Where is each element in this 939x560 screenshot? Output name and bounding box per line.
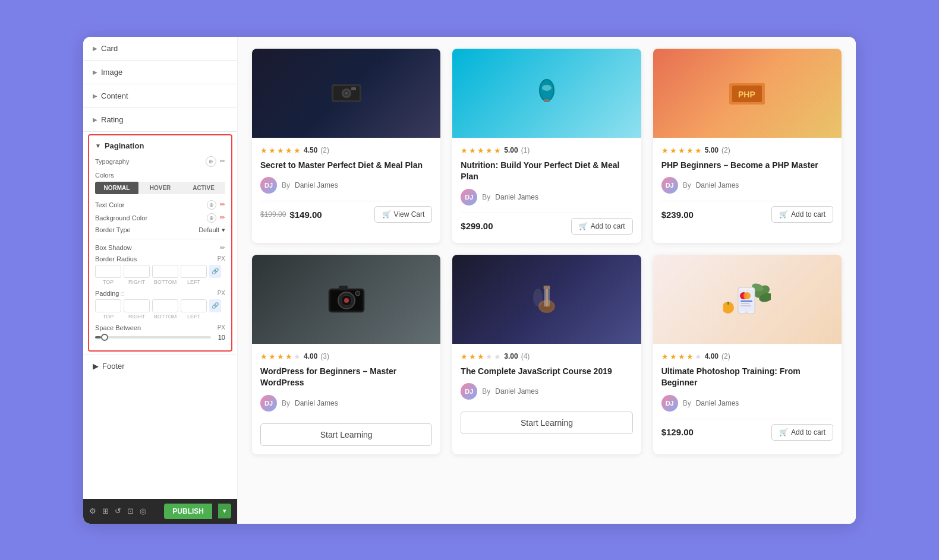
tab-active[interactable]: ACTIVE <box>182 182 225 194</box>
pagination-panel: ▼ Pagination Typography ⊕ ✏ Colors NORMA… <box>88 134 232 352</box>
star: ★ <box>686 146 694 155</box>
border-radius-top[interactable] <box>95 265 121 278</box>
view-cart-button-1[interactable]: 🛒 View Cart <box>374 206 433 223</box>
space-between-slider-wrapper: 10 <box>95 334 225 341</box>
sidebar-item-rating[interactable]: ▶ Rating <box>83 108 237 132</box>
card-footer-6: $129.00 🛒 Add to cart <box>661 419 833 441</box>
publish-arrow-button[interactable]: ▾ <box>218 504 231 518</box>
globe-icon[interactable]: ⊕ <box>206 156 216 167</box>
star: ★ <box>260 146 267 155</box>
box-shadow-row: Box Shadow ✏ <box>95 244 225 252</box>
padding-bottom[interactable] <box>152 299 178 312</box>
svg-point-39 <box>745 311 748 314</box>
add-to-cart-button-3[interactable]: 🛒 Add to cart <box>771 206 833 223</box>
card-title-6: Ultimate Photoshop Training: From Beginn… <box>661 366 833 389</box>
bg-color-globe-icon[interactable]: ⊕ <box>207 213 216 223</box>
course-card-5: ★ ★ ★ ★ ★ 3.00 (4) The Complete JavaScri… <box>452 255 641 454</box>
add-to-cart-button-6[interactable]: 🛒 Add to cart <box>771 424 833 441</box>
star: ★ <box>661 352 669 361</box>
arrow-icon: ▶ <box>93 69 97 75</box>
border-radius-left[interactable] <box>181 265 207 278</box>
sidebar-item-card[interactable]: ▶ Card <box>83 37 237 61</box>
card-body-2: ★ ★ ★ ★ ★ 5.00 (1) Nutrition: Build Your… <box>452 138 641 243</box>
avatar-4: DJ <box>260 395 277 412</box>
padding-link-icon[interactable]: 🔗 <box>209 299 221 312</box>
edit-icon[interactable]: ✏ <box>220 157 225 165</box>
border-radius-right[interactable] <box>124 265 150 278</box>
border-radius-inputs: 🔗 <box>95 265 225 278</box>
avatar-5: DJ <box>461 383 477 400</box>
collapse-arrow-icon: ▼ <box>95 143 101 149</box>
border-radius-unit: PX <box>218 255 225 262</box>
sidebar-card-label: Card <box>101 44 118 53</box>
text-color-globe-icon[interactable]: ⊕ <box>207 200 216 210</box>
rating-count-2: (1) <box>521 146 530 154</box>
start-learning-button-5[interactable]: Start Learning <box>461 412 632 434</box>
star: ★ <box>285 146 292 155</box>
text-color-label: Text Color <box>95 201 125 208</box>
divider <box>95 239 225 239</box>
avatar-6: DJ <box>661 395 678 412</box>
pagination-title: Pagination <box>105 141 144 150</box>
settings-icon[interactable]: ⚙ <box>89 507 96 515</box>
p-right-label: RIGHT <box>124 314 150 319</box>
tab-hover[interactable]: HOVER <box>138 182 182 194</box>
bg-color-edit-icon[interactable]: ✏ <box>220 214 225 222</box>
box-shadow-edit-icon[interactable]: ✏ <box>220 244 225 252</box>
card-body-5: ★ ★ ★ ★ ★ 3.00 (4) The Complete JavaScri… <box>452 344 641 443</box>
author-row-5: DJ By Daniel James <box>461 383 632 400</box>
star: ★ <box>269 352 276 361</box>
publish-button[interactable]: PUBLISH <box>164 504 212 519</box>
author-row-1: DJ By Daniel James <box>260 177 432 194</box>
text-color-row: Text Color ⊕ ✏ <box>95 200 225 210</box>
border-radius-bottom[interactable] <box>152 265 178 278</box>
slider-thumb[interactable] <box>101 334 108 341</box>
by-text-2: By <box>482 193 490 201</box>
bg-color-label: Background Color <box>95 214 147 222</box>
cart-icon: 🛒 <box>779 210 788 219</box>
course-card-2: ★ ★ ★ ★ ★ 5.00 (1) Nutrition: Build Your… <box>452 49 641 243</box>
border-radius-header: Border Radius PX <box>95 255 225 262</box>
course-card-1: ★ ★ ★ ★ ★ 4.50 (2) Secret to Master Perf… <box>252 49 440 243</box>
start-learning-button-4[interactable]: Start Learning <box>260 423 432 446</box>
history-icon[interactable]: ↺ <box>115 507 121 515</box>
tab-normal[interactable]: NORMAL <box>95 182 138 194</box>
br-right-label: RIGHT <box>124 279 150 285</box>
card-footer-1: $199.00 $149.00 🛒 View Cart <box>260 201 432 223</box>
author-row-2: DJ By Daniel James <box>461 189 632 205</box>
svg-point-7 <box>542 85 552 91</box>
border-radius-labels: TOP RIGHT BOTTOM LEFT <box>95 279 225 285</box>
add-to-cart-label: Add to cart <box>591 222 625 230</box>
star: ★ <box>686 352 694 361</box>
rating-score-3: 5.00 <box>705 146 719 154</box>
rating-row-3: ★ ★ ★ ★ ★ 5.00 (2) <box>661 146 833 155</box>
avatar-3: DJ <box>661 177 678 194</box>
rating-count-5: (4) <box>521 352 530 360</box>
main-window: ▶ Card ▶ Image ▶ Content ▶ Rating ▼ Pagi… <box>83 37 856 524</box>
border-type-select[interactable]: Default ▾ <box>198 226 225 234</box>
by-text-3: By <box>683 181 691 189</box>
eye-icon[interactable]: ◎ <box>140 507 146 515</box>
border-type-row: Border Type Default ▾ <box>95 226 225 234</box>
sidebar-item-content[interactable]: ▶ Content <box>83 84 237 108</box>
layers-icon[interactable]: ⊞ <box>102 507 109 515</box>
star: ★ <box>285 352 292 361</box>
price-group-1: $199.00 $149.00 <box>260 210 322 220</box>
slider-track[interactable] <box>95 336 211 338</box>
by-text-1: By <box>282 181 290 189</box>
padding-left[interactable] <box>181 299 207 312</box>
sidebar: ▶ Card ▶ Image ▶ Content ▶ Rating ▼ Pagi… <box>83 37 238 524</box>
sidebar-item-footer[interactable]: ▶ Footer <box>83 354 237 378</box>
add-to-cart-button-2[interactable]: 🛒 Add to cart <box>571 218 633 235</box>
responsive-icon[interactable]: ⊡ <box>127 507 134 515</box>
svg-text:PHP: PHP <box>738 90 755 99</box>
course-card-3: PHP ★ ★ ★ ★ ★ 5.00 (2) <box>653 49 842 243</box>
padding-top[interactable] <box>95 299 121 312</box>
border-radius-link-icon[interactable]: 🔗 <box>209 265 221 278</box>
padding-right[interactable] <box>124 299 150 312</box>
pagination-header[interactable]: ▼ Pagination <box>95 141 225 150</box>
text-color-edit-icon[interactable]: ✏ <box>220 201 225 208</box>
svg-point-4 <box>345 92 348 94</box>
sidebar-item-image[interactable]: ▶ Image <box>83 61 237 84</box>
color-tabs: NORMAL HOVER ACTIVE <box>95 182 225 194</box>
